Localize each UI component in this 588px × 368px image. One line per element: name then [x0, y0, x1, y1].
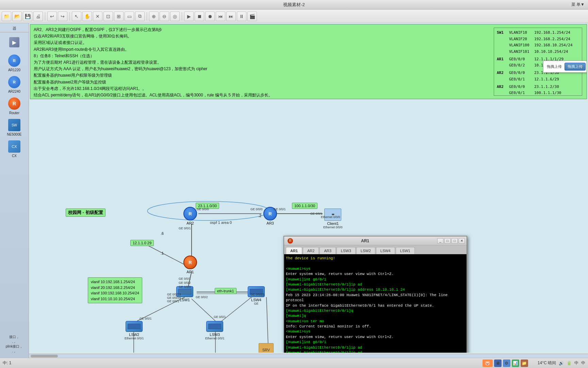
terminal-line-10: [Huawei-GigabitEthernet0/0/1]q	[286, 308, 465, 313]
toolbar-btn-prev[interactable]: ⏮	[216, 12, 225, 21]
right-panel-row-ar2b-ge000: AR2 GE0/0/0 23.1.1.2/30	[497, 84, 579, 90]
sidebar-item-nav[interactable]: ▶	[2, 34, 26, 50]
ne5000e-icon: SW	[7, 118, 21, 132]
scroll-area[interactable]	[29, 354, 588, 358]
tooltip-upload-btn[interactable]: 拖拽上传	[565, 63, 586, 71]
port-lsw1-ge0024: GE 0/0/24	[167, 296, 181, 300]
toolbar-btn-zoom-out[interactable]: ⊖	[160, 12, 169, 21]
terminal-tab-ar3[interactable]: AR3	[320, 247, 336, 254]
status-volume-icon[interactable]: 🔊	[559, 361, 564, 366]
toolbar-btn-rect[interactable]: ▭	[125, 12, 134, 21]
diagram-title: 校园网 - 初级配置	[66, 209, 105, 217]
port-lsw1-ge001: GE 0/0/1	[167, 300, 179, 303]
toolbar-btn-hand[interactable]: ✋	[82, 12, 92, 21]
right-panel-row-sw1-vlanif10: SW1 VLANIF10 192.168.1.254/24	[497, 30, 579, 36]
node-client1[interactable]: 💻 Client1 Ethernet 0/0/0	[323, 209, 343, 229]
terminal-tab-lsw2[interactable]: LSW2	[356, 247, 375, 254]
status-left: 中: 1	[3, 360, 11, 366]
terminal-controls[interactable]: _ □ □ ✕	[437, 238, 465, 244]
taskbar-pig[interactable]: 🐷	[483, 359, 493, 367]
terminal-line-11: [Huawei]q	[286, 313, 465, 319]
sidebar-item-router[interactable]: R Router	[2, 95, 26, 116]
terminal-tab-ar1[interactable]: AR1	[286, 247, 302, 254]
taskbar-icon-4[interactable]: 📁	[521, 359, 528, 367]
terminal-tab-lsw1[interactable]: LSW1	[396, 247, 415, 254]
toolbar-btn-zoom-in[interactable]: ⊕	[149, 12, 159, 21]
right-panel: SW1 VLANIF10 192.168.1.254/24 VLANIF20 1…	[494, 28, 582, 96]
toolbar-btn-stop[interactable]: ⏹	[195, 12, 204, 21]
sidebar-item-cx-label: CX	[12, 154, 17, 158]
lsw3-label: LSW3	[210, 333, 220, 337]
terminal-line-12: <Huawei>un ter mo	[286, 319, 465, 324]
terminal-tab-lsw3[interactable]: LSW3	[337, 247, 356, 254]
terminal-app-icon: R	[288, 238, 293, 244]
nav-icon: ▶	[7, 35, 21, 49]
svg-line-10	[266, 297, 268, 345]
sidebar-item-ar2240[interactable]: R AR2240	[2, 74, 26, 95]
toolbar-btn-box1[interactable]: ⊡	[103, 12, 113, 21]
label-ospf: ospf 1 area 0	[208, 220, 234, 225]
terminal-content[interactable]: The device is running! <Huawei>sys Enter…	[284, 254, 467, 353]
terminal-close-btn[interactable]: ✕	[459, 238, 465, 244]
port-lsw1-lsw2: GE 0/0/1	[140, 317, 152, 320]
taskbar-area: 🐷 🖥 ⚙ 📊 📁	[483, 359, 528, 367]
toolbar-btn-new[interactable]: 📁	[2, 12, 11, 21]
lsw2-port: Ethernet 0/0/1	[125, 337, 144, 340]
toolbar-btn-fit[interactable]: ◎	[170, 12, 180, 21]
sidebar-item-ar1220[interactable]: R AR1220	[2, 52, 26, 73]
toolbar-btn-open[interactable]: 📂	[12, 12, 22, 21]
tooltip-text: 拖拽上传	[547, 64, 562, 70]
node-ar1[interactable]: R AR1	[183, 256, 197, 274]
terminal-maximize-btn[interactable]: □	[452, 238, 458, 244]
taskbar-icon-1[interactable]: 🖥	[494, 359, 502, 367]
status-right: 🐷 🖥 ⚙ 📊 📁 14°C 晴间 🔊 🔋 中 中	[483, 359, 585, 367]
terminal-tab-ar2[interactable]: AR2	[303, 247, 319, 254]
toolbar-btn-delete[interactable]: ✕	[93, 12, 102, 21]
lsw4-label: LSW4	[251, 298, 261, 302]
router-icon: R	[7, 97, 21, 110]
port-lsw3-ge001: GE 0/0/1	[214, 315, 226, 319]
toolbar-btn-next[interactable]: ⏭	[226, 12, 236, 21]
tooltip-popup: 拖拽上传 拖拽上传	[543, 61, 587, 73]
node-ar2[interactable]: R AR2	[183, 207, 197, 225]
taskbar-icon-2[interactable]: ⚙	[503, 359, 510, 367]
toolbar-btn-pause[interactable]: ⏸	[237, 12, 246, 21]
terminal-minimize-btn[interactable]: _	[437, 238, 443, 244]
status-clock: 中	[581, 360, 585, 366]
toolbar-btn-play[interactable]: ▶	[184, 12, 194, 21]
lsw1-label: LSW1	[180, 298, 190, 302]
status-battery-icon: 🔋	[567, 361, 572, 366]
terminal-line-18: [Huawei-GigabitEthernet0/0/1]ip ad	[286, 350, 465, 353]
right-panel-row-ar2b-ge001: GE0/0/1 100.1.1.1/30	[497, 90, 579, 96]
node-lsw2[interactable]: LSW2 Ethernet 0/0/1	[125, 321, 144, 340]
client1-label: Client1	[327, 221, 339, 226]
ar1220-icon: R	[7, 54, 21, 67]
top-panel: AR2、AR3之间建行OSPF，配置OSPF，仅3下述行一步展示已在第8步 仅在…	[30, 24, 587, 99]
terminal-restore-btn[interactable]: □	[444, 238, 451, 244]
toolbar-btn-redo[interactable]: ↪	[58, 12, 67, 21]
right-panel-row-vlanif101: VLANIF101 10.10.10.254/24	[497, 49, 579, 55]
terminal-line-5: [Huawei]int g0/0/1	[286, 277, 465, 282]
toolbar-btn-record[interactable]: ⏺	[205, 12, 215, 21]
node-server1[interactable]: SRV Server1 Ethernet	[259, 343, 274, 353]
terminal-tab-lsw4[interactable]: LSW4	[376, 247, 395, 254]
scrollbar-thumb[interactable]	[31, 355, 58, 357]
toolbar-btn-undo[interactable]: ↩	[47, 12, 57, 21]
toolbar-btn-box2[interactable]: ⊞	[114, 12, 124, 21]
status-lang[interactable]: 中	[574, 360, 578, 366]
ar2-icon: R	[183, 207, 197, 220]
toolbar-btn-multi[interactable]: ⧉	[135, 12, 145, 21]
toolbar-btn-select[interactable]: ↖	[72, 12, 81, 21]
label-eth-trunk1: eth-trunk1	[215, 288, 236, 294]
taskbar-icon-3[interactable]: 📊	[512, 359, 519, 367]
toolbar-btn-save[interactable]: 💾	[23, 12, 32, 21]
ar1-icon: R	[183, 256, 197, 269]
menu-area[interactable]: 菜 单▼	[571, 2, 585, 7]
port-lsw1-ge002: GE 0/0/2	[196, 295, 208, 299]
window-title: 视频素材-2	[283, 2, 305, 8]
sidebar-item-cx[interactable]: CX CX	[2, 138, 26, 159]
node-lsw3[interactable]: LSW3 Ethernet 0/0/1	[205, 321, 225, 340]
sidebar-item-ne5000e[interactable]: SW NE5000E	[2, 117, 26, 138]
toolbar-btn-print[interactable]: 🖨	[33, 12, 43, 21]
toolbar-btn-camera[interactable]: 🎬	[247, 12, 257, 21]
